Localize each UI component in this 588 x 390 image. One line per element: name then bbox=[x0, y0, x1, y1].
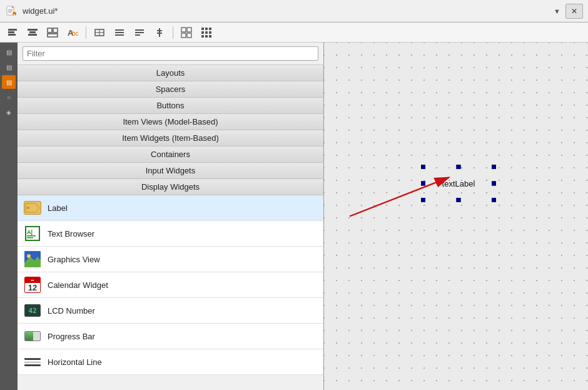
svg-rect-38 bbox=[205, 31, 208, 34]
svg-rect-33 bbox=[187, 33, 191, 38]
text-browser-widget-label: Text Browser bbox=[48, 229, 94, 239]
toolbar-icon-2[interactable] bbox=[24, 24, 41, 41]
side-panel-item-2[interactable]: ▤ bbox=[2, 60, 16, 74]
svg-point-44 bbox=[27, 207, 29, 209]
svg-rect-7 bbox=[8, 29, 17, 31]
toolbar-separator-1 bbox=[86, 26, 86, 39]
svg-rect-42 bbox=[209, 35, 211, 38]
category-containers[interactable]: Containers bbox=[18, 146, 323, 163]
toolbar-icon-6[interactable] bbox=[111, 24, 128, 41]
calendar-widget-icon: ▪▪ 12 bbox=[24, 276, 41, 294]
toolbar-icon-5[interactable] bbox=[91, 24, 108, 41]
list-item-lcd-number[interactable]: 42 LCD Number bbox=[18, 298, 323, 324]
title-bar: ✎ widget.ui* ▼ ✕ bbox=[0, 0, 588, 23]
graphics-view-widget-label: Graphics View bbox=[48, 255, 100, 264]
calendar-widget-label: Calendar Widget bbox=[48, 280, 108, 290]
side-panel-item-3[interactable]: ▤ bbox=[2, 75, 16, 89]
widget-panel: Layouts Spacers Buttons Item Views (Mode… bbox=[18, 43, 324, 390]
category-display-widgets[interactable]: Display Widgets bbox=[18, 179, 323, 195]
toolbar-icon-1[interactable] bbox=[4, 24, 21, 41]
svg-rect-36 bbox=[209, 28, 211, 30]
lcd-number-widget-label: LCD Number bbox=[48, 306, 95, 316]
svg-rect-13 bbox=[48, 28, 52, 33]
progress-bar-icon bbox=[24, 327, 41, 345]
toolbar-icon-10[interactable] bbox=[198, 24, 215, 41]
text-label-content: textLabel bbox=[442, 179, 475, 188]
toolbar-icon-4[interactable]: Abc bbox=[64, 24, 81, 41]
svg-rect-30 bbox=[181, 28, 186, 32]
list-item-label[interactable]: Label bbox=[18, 195, 323, 221]
side-panel: ▤ ▤ ▤ ○ ◈ bbox=[0, 43, 18, 390]
main-content: ▤ ▤ ▤ ○ ◈ Layouts Spacers Buttons Item V… bbox=[0, 43, 588, 390]
toolbar-icon-7[interactable] bbox=[131, 24, 148, 41]
svg-rect-37 bbox=[201, 31, 204, 34]
svg-rect-41 bbox=[205, 35, 208, 38]
list-item-horizontal-line[interactable]: Horizontal Line bbox=[18, 349, 323, 375]
category-item-views[interactable]: Item Views (Model-Based) bbox=[18, 114, 323, 130]
label-widget-label: Label bbox=[48, 203, 68, 213]
svg-text:bc: bc bbox=[72, 30, 78, 37]
window-title: widget.ui* bbox=[23, 6, 549, 16]
widget-items-list: Label A| Text Browser bbox=[18, 195, 323, 390]
toolbar-icon-8[interactable] bbox=[151, 24, 168, 41]
filter-bar bbox=[18, 43, 323, 65]
svg-rect-47 bbox=[27, 235, 36, 237]
file-icon: ✎ bbox=[5, 5, 18, 18]
category-item-widgets[interactable]: Item Widgets (Item-Based) bbox=[18, 130, 323, 146]
handle-middle-right[interactable] bbox=[492, 182, 496, 186]
toolbar-icon-3[interactable] bbox=[44, 24, 61, 41]
side-panel-item-4[interactable]: ○ bbox=[2, 90, 16, 104]
handle-bottom-middle[interactable] bbox=[457, 198, 461, 202]
horizontal-line-widget-label: Horizontal Line bbox=[48, 357, 102, 367]
category-spacers[interactable]: Spacers bbox=[18, 81, 323, 98]
svg-rect-39 bbox=[209, 31, 211, 34]
category-buttons[interactable]: Buttons bbox=[18, 98, 323, 114]
list-item-graphics-view[interactable]: Graphics View bbox=[18, 247, 323, 272]
filter-input[interactable] bbox=[23, 46, 318, 61]
handle-bottom-left[interactable] bbox=[421, 198, 425, 202]
text-browser-icon: A| bbox=[24, 225, 41, 242]
svg-rect-34 bbox=[201, 28, 204, 30]
category-layouts[interactable]: Layouts bbox=[18, 65, 323, 81]
handle-top-right[interactable] bbox=[492, 165, 496, 169]
handle-top-left[interactable] bbox=[421, 165, 425, 169]
graphics-view-icon bbox=[24, 250, 41, 268]
selection-handles: textLabel bbox=[421, 165, 496, 202]
toolbar-icon-9[interactable] bbox=[178, 24, 195, 41]
canvas-text-label-widget[interactable]: textLabel bbox=[421, 165, 496, 202]
svg-rect-14 bbox=[53, 28, 58, 33]
list-item-text-browser[interactable]: A| Text Browser bbox=[18, 221, 323, 247]
svg-rect-12 bbox=[28, 34, 37, 36]
toolbar-separator-2 bbox=[173, 26, 173, 39]
svg-rect-9 bbox=[8, 34, 16, 36]
svg-rect-40 bbox=[201, 35, 204, 38]
svg-rect-48 bbox=[27, 237, 33, 239]
tab-arrow-icon[interactable]: ▼ bbox=[554, 8, 560, 15]
svg-text:✎: ✎ bbox=[13, 13, 16, 16]
category-list: Layouts Spacers Buttons Item Views (Mode… bbox=[18, 65, 323, 195]
handle-middle-left[interactable] bbox=[421, 182, 425, 186]
list-item-progress-bar[interactable]: Progress Bar bbox=[18, 324, 323, 349]
svg-rect-4 bbox=[8, 12, 11, 13]
title-controls: ✕ bbox=[565, 4, 583, 19]
svg-rect-35 bbox=[205, 28, 208, 30]
svg-text:A|: A| bbox=[27, 229, 33, 235]
canvas-area[interactable]: textLabel bbox=[324, 43, 588, 390]
drag-arrow bbox=[324, 43, 588, 390]
svg-rect-32 bbox=[181, 33, 186, 38]
svg-rect-3 bbox=[8, 11, 13, 11]
handle-top-middle[interactable] bbox=[457, 165, 461, 169]
category-input-widgets[interactable]: Input Widgets bbox=[18, 163, 323, 179]
side-panel-item-1[interactable]: ▤ bbox=[2, 45, 16, 59]
svg-rect-15 bbox=[48, 34, 58, 37]
svg-rect-11 bbox=[29, 31, 36, 33]
side-panel-item-5[interactable]: ◈ bbox=[2, 105, 16, 119]
toolbar: Abc bbox=[0, 23, 588, 43]
svg-point-51 bbox=[27, 254, 31, 258]
progress-bar-widget-label: Progress Bar bbox=[48, 332, 95, 341]
close-button[interactable]: ✕ bbox=[565, 4, 583, 19]
lcd-number-icon: 42 bbox=[24, 302, 41, 319]
list-item-calendar-widget[interactable]: ▪▪ 12 Calendar Widget bbox=[18, 272, 323, 298]
horizontal-line-icon bbox=[24, 353, 41, 371]
handle-bottom-right[interactable] bbox=[492, 198, 496, 202]
